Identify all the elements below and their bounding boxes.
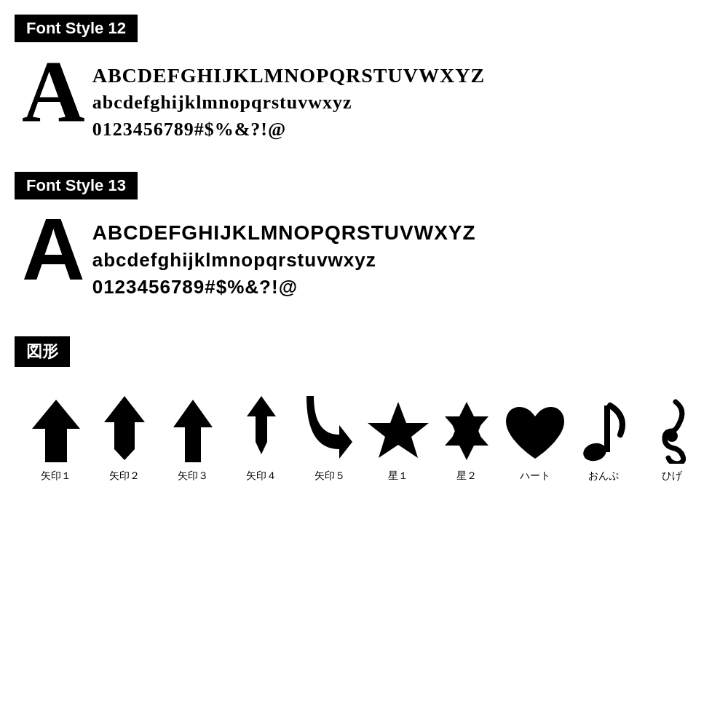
font12-lowercase: abcdefghijklmnopqrstuvwxyz bbox=[92, 90, 485, 116]
figure-arrow5: 矢印５ bbox=[296, 395, 364, 483]
font13-numbers: 0123456789#$%&?!@ bbox=[92, 274, 476, 300]
figures-section: 図形 矢印１ 矢印２ bbox=[15, 336, 713, 483]
svg-marker-2 bbox=[114, 449, 135, 460]
svg-marker-6 bbox=[368, 402, 429, 458]
svg-marker-5 bbox=[256, 442, 267, 454]
font12-sample: A ABCDEFGHIJKLMNOPQRSTUVWXYZ abcdefghijk… bbox=[15, 55, 713, 143]
page: Font Style 12 A ABCDEFGHIJKLMNOPQRSTUVWX… bbox=[0, 0, 728, 505]
arrow3-label: 矢印３ bbox=[178, 470, 208, 483]
note-icon bbox=[580, 398, 628, 464]
heart-label: ハート bbox=[520, 470, 550, 483]
figure-arrow4: 矢印４ bbox=[227, 395, 296, 483]
font12-big-a: A bbox=[22, 48, 85, 135]
font12-chars: ABCDEFGHIJKLMNOPQRSTUVWXYZ abcdefghijklm… bbox=[92, 55, 485, 143]
star1-label: 星１ bbox=[388, 470, 408, 483]
font13-sample: A ABCDEFGHIJKLMNOPQRSTUVWXYZ abcdefghijk… bbox=[15, 213, 713, 300]
star1-icon bbox=[365, 398, 431, 464]
font12-numbers: 0123456789#$%&?!@ bbox=[92, 116, 485, 143]
font-style-12-section: Font Style 12 A ABCDEFGHIJKLMNOPQRSTUVWX… bbox=[15, 15, 713, 143]
svg-marker-1 bbox=[104, 396, 145, 449]
figure-note: おんぷ bbox=[569, 398, 638, 483]
mustache-label: ひげ bbox=[662, 470, 682, 483]
svg-point-9 bbox=[581, 440, 608, 463]
svg-rect-10 bbox=[604, 405, 610, 452]
figure-arrow1: 矢印１ bbox=[22, 398, 90, 483]
star2-label: 星２ bbox=[456, 470, 477, 483]
arrow5-icon bbox=[306, 395, 354, 464]
heart-icon bbox=[502, 402, 568, 464]
svg-point-11 bbox=[666, 430, 678, 442]
arrow4-icon bbox=[245, 395, 278, 464]
figure-heart: ハート bbox=[501, 402, 569, 483]
font13-header: Font Style 13 bbox=[15, 172, 138, 199]
note-label: おんぷ bbox=[588, 470, 619, 483]
arrow5-label: 矢印５ bbox=[314, 470, 345, 483]
figure-mustache: ひげ bbox=[638, 398, 706, 483]
svg-marker-0 bbox=[32, 400, 80, 462]
figure-arrow2: 矢印２ bbox=[90, 395, 159, 483]
arrow2-icon bbox=[103, 395, 146, 464]
font-style-13-section: Font Style 13 A ABCDEFGHIJKLMNOPQRSTUVWX… bbox=[15, 172, 713, 300]
mustache-icon bbox=[657, 398, 687, 464]
figure-arrow3: 矢印３ bbox=[159, 398, 227, 483]
figures-grid: 矢印１ 矢印２ 矢印３ bbox=[15, 380, 713, 483]
star2-icon bbox=[434, 398, 499, 464]
font13-uppercase: ABCDEFGHIJKLMNOPQRSTUVWXYZ bbox=[92, 218, 476, 247]
arrow2-label: 矢印２ bbox=[109, 470, 140, 483]
font13-big-a: A bbox=[22, 205, 85, 293]
font13-lowercase: abcdefghijklmnopqrstuvwxyz bbox=[92, 247, 476, 273]
arrow1-icon bbox=[31, 398, 82, 464]
svg-marker-3 bbox=[173, 400, 213, 462]
arrow4-label: 矢印４ bbox=[246, 470, 277, 483]
figures-header: 図形 bbox=[15, 336, 70, 367]
font12-uppercase: ABCDEFGHIJKLMNOPQRSTUVWXYZ bbox=[92, 61, 485, 90]
arrow1-label: 矢印１ bbox=[41, 470, 71, 483]
font12-header: Font Style 12 bbox=[15, 15, 138, 42]
figure-star2: 星２ bbox=[432, 398, 501, 483]
font13-chars: ABCDEFGHIJKLMNOPQRSTUVWXYZ abcdefghijklm… bbox=[92, 213, 476, 300]
figure-star1: 星１ bbox=[364, 398, 432, 483]
svg-marker-4 bbox=[247, 396, 276, 442]
arrow3-icon bbox=[173, 398, 213, 464]
